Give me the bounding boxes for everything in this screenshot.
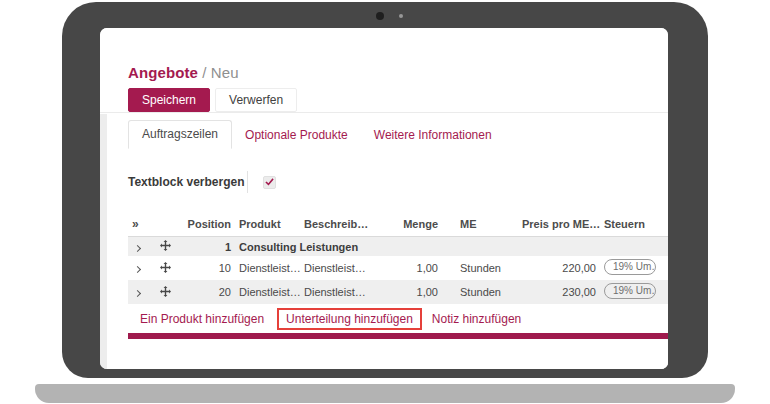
column-beschreibung[interactable]: Beschreib… bbox=[300, 214, 395, 237]
column-me[interactable]: ME bbox=[442, 214, 518, 237]
breadcrumb-parent[interactable]: Angebote bbox=[128, 64, 198, 81]
order-lines-table: » Position Produkt Beschreib… Menge ME P… bbox=[128, 214, 668, 304]
drag-handle-icon[interactable] bbox=[160, 262, 171, 273]
add-note-link[interactable]: Notiz hinzufügen bbox=[432, 312, 521, 326]
tax-tag[interactable]: 19% Um… bbox=[604, 259, 656, 275]
tab-optionale-produkte[interactable]: Optionale Produkte bbox=[232, 122, 361, 149]
cell-menge[interactable]: 1,00 bbox=[395, 256, 442, 280]
cell-preis[interactable]: 220,00 bbox=[518, 256, 600, 280]
column-position[interactable]: Position bbox=[183, 214, 235, 237]
drag-handle-icon[interactable] bbox=[160, 286, 171, 297]
table-header-row: » Position Produkt Beschreib… Menge ME P… bbox=[128, 214, 668, 237]
breadcrumb-current: Neu bbox=[211, 64, 239, 81]
cell-beschreibung[interactable]: Dienstleist… bbox=[300, 256, 395, 280]
column-drag bbox=[152, 214, 183, 237]
column-preis[interactable]: Preis pro ME… bbox=[518, 214, 600, 237]
chevron-right-icon[interactable] bbox=[134, 290, 141, 297]
textblock-label: Textblock verbergen bbox=[128, 175, 247, 189]
table-bottom-bar bbox=[128, 333, 668, 339]
cell-produkt[interactable]: Dienstleist… bbox=[235, 280, 300, 304]
cell-me[interactable]: Stunden bbox=[442, 256, 518, 280]
cell-position[interactable]: 10 bbox=[183, 256, 235, 280]
textblock-field-row: Textblock verbergen bbox=[128, 170, 668, 194]
cell-position[interactable]: 20 bbox=[183, 280, 235, 304]
webcam-icon bbox=[376, 12, 384, 20]
breadcrumb-separator: / bbox=[202, 64, 206, 81]
section-position[interactable]: 1 bbox=[183, 237, 235, 257]
field-divider bbox=[247, 171, 248, 193]
chevron-right-icon[interactable] bbox=[134, 244, 141, 251]
tax-tag[interactable]: 19% Um… bbox=[604, 283, 656, 299]
table-row-section[interactable]: 1 Consulting Leistungen bbox=[128, 237, 668, 257]
app-window: Angebote / Neu Speichern Verwerfen Auftr… bbox=[100, 28, 668, 369]
laptop-frame: Angebote / Neu Speichern Verwerfen Auftr… bbox=[62, 2, 708, 378]
cell-beschreibung[interactable]: Dienstleist… bbox=[300, 280, 395, 304]
column-produkt[interactable]: Produkt bbox=[235, 214, 300, 237]
notebook-tabs: Auftragszeilen Optionale Produkte Weiter… bbox=[128, 120, 668, 149]
form-header: Angebote / Neu Speichern Verwerfen bbox=[100, 28, 668, 113]
form-sheet: Auftragszeilen Optionale Produkte Weiter… bbox=[107, 114, 668, 369]
annotation-highlight-box: Unterteilung hinzufügen bbox=[277, 308, 422, 330]
cell-me[interactable]: Stunden bbox=[442, 280, 518, 304]
add-product-link[interactable]: Ein Produkt hinzufügen bbox=[140, 312, 264, 326]
section-title[interactable]: Consulting Leistungen bbox=[235, 237, 668, 257]
drag-handle-icon[interactable] bbox=[160, 240, 171, 251]
cell-preis[interactable]: 230,00 bbox=[518, 280, 600, 304]
chevron-right-icon[interactable] bbox=[134, 266, 141, 273]
webcam-led-icon bbox=[399, 14, 403, 18]
column-steuern[interactable]: Steuern bbox=[600, 214, 668, 237]
header-buttons: Speichern Verwerfen bbox=[128, 88, 668, 112]
laptop-base bbox=[35, 384, 735, 403]
discard-button[interactable]: Verwerfen bbox=[215, 88, 297, 112]
breadcrumb: Angebote / Neu bbox=[128, 64, 668, 81]
column-menge[interactable]: Menge bbox=[395, 214, 442, 237]
table-row[interactable]: 20 Dienstleist… Dienstleist… 1,00 Stunde… bbox=[128, 280, 668, 304]
table-footer-links: Ein Produkt hinzufügen Unterteilung hinz… bbox=[128, 308, 668, 330]
cell-menge[interactable]: 1,00 bbox=[395, 280, 442, 304]
column-expand-all[interactable]: » bbox=[128, 214, 152, 237]
add-section-link[interactable]: Unterteilung hinzufügen bbox=[286, 312, 413, 326]
tab-weitere-informationen[interactable]: Weitere Informationen bbox=[361, 122, 505, 149]
table-row[interactable]: 10 Dienstleist… Dienstleist… 1,00 Stunde… bbox=[128, 256, 668, 280]
cell-produkt[interactable]: Dienstleist… bbox=[235, 256, 300, 280]
textblock-checkbox[interactable] bbox=[263, 176, 276, 189]
mockup-stage: Angebote / Neu Speichern Verwerfen Auftr… bbox=[0, 0, 770, 404]
form-area: Auftragszeilen Optionale Produkte Weiter… bbox=[100, 114, 668, 369]
checkmark-icon bbox=[265, 178, 274, 186]
tab-auftragszeilen[interactable]: Auftragszeilen bbox=[128, 120, 232, 149]
save-button[interactable]: Speichern bbox=[128, 88, 210, 112]
